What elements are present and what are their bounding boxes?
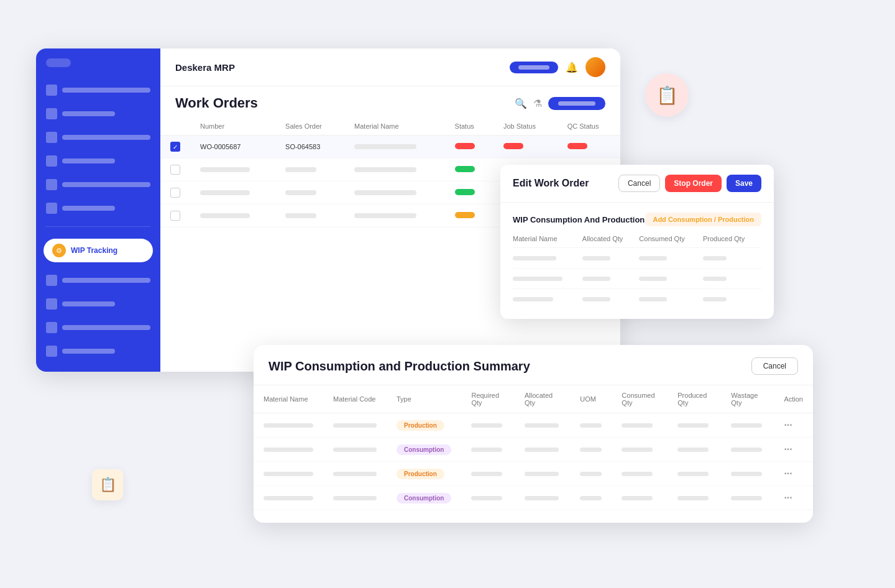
summary-row: Consumption ··· (254, 438, 813, 462)
wip-bar-5 (513, 277, 562, 281)
edit-cancel-button[interactable]: Cancel (618, 175, 660, 192)
summary-row: Production ··· (254, 413, 813, 438)
action-dots[interactable]: ··· (784, 420, 792, 430)
s-bar-26 (333, 496, 377, 500)
add-consumption-button[interactable]: Add Consumption / Production (645, 213, 761, 226)
filter-icon[interactable]: ⚗ (533, 98, 542, 109)
wo-number: WO-0005687 (200, 143, 241, 150)
avatar[interactable] (585, 57, 605, 77)
wip-col-consumed: Consumed Qty (639, 235, 703, 248)
edit-panel-actions: Cancel Stop Order Save (618, 175, 761, 192)
wo-number-bar (200, 167, 250, 172)
s-bar-25 (264, 496, 313, 500)
sum-col-action: Action (774, 385, 813, 413)
wip-bar-9 (513, 297, 553, 301)
header-btn-bar (518, 65, 549, 70)
edit-work-order-panel: Edit Work Order Cancel Stop Order Save W… (500, 165, 774, 319)
status-badge-red (455, 143, 475, 149)
s-bar-13 (580, 448, 602, 452)
summary-row: Production ··· (254, 462, 813, 486)
material-bar-3 (354, 190, 416, 195)
search-icon[interactable]: 🔍 (515, 98, 527, 109)
wip-consumption-table: Material Name Allocated Qty Consumed Qty… (513, 235, 761, 309)
checkbox-unchecked-3[interactable] (170, 211, 180, 221)
s-bar-12 (525, 448, 559, 452)
sidebar-bar-4 (62, 158, 115, 163)
sidebar-icon-2 (46, 108, 57, 119)
wip-col-produced: Produced Qty (703, 235, 761, 248)
wip-section-header: WIP Consumption And Production Add Consu… (513, 213, 761, 226)
wip-tracking-pill[interactable]: ⚙ WIP Tracking (44, 239, 153, 262)
s-bar-29 (580, 496, 602, 500)
s-bar-19 (471, 472, 502, 476)
summary-cancel-button[interactable]: Cancel (751, 357, 798, 375)
bell-icon[interactable]: 🔔 (566, 62, 578, 73)
sum-col-produced-qty: Produced Qty (668, 385, 721, 413)
s-bar-23 (677, 472, 709, 476)
s-bar-9 (264, 448, 313, 452)
float-icon-top: 📋 (645, 73, 689, 117)
sidebar-bar-10 (62, 349, 115, 354)
s-bar-16 (731, 448, 762, 452)
s-bar-10 (333, 448, 377, 452)
checkbox-unchecked[interactable] (170, 165, 180, 175)
app-brand: Deskera MRP (175, 62, 235, 73)
s-bar-27 (471, 496, 502, 500)
s-bar-28 (525, 496, 559, 500)
edit-panel-title: Edit Work Order (513, 178, 589, 189)
type-badge-production-2: Production (397, 469, 444, 479)
wip-bar-4 (703, 256, 727, 260)
summary-row: Consumption ··· (254, 486, 813, 510)
wip-bar-10 (582, 297, 610, 301)
s-bar-17 (264, 472, 313, 476)
sidebar-item-9[interactable] (36, 317, 160, 338)
checkbox-unchecked-2[interactable] (170, 188, 180, 198)
wip-bar-6 (582, 277, 610, 281)
wo-so-bar-3 (285, 213, 316, 218)
sidebar-item-2[interactable] (36, 103, 160, 124)
sidebar-icon-9 (46, 322, 57, 333)
s-bar-8 (731, 423, 762, 428)
action-dots-3[interactable]: ··· (784, 468, 792, 479)
action-dots-4[interactable]: ··· (784, 492, 792, 503)
sidebar: ⚙ WIP Tracking (36, 48, 160, 372)
wip-bar-3 (639, 256, 667, 260)
s-bar-7 (677, 423, 709, 428)
sum-col-consumed-qty: Consumed Qty (612, 385, 668, 413)
col-sales-order: Sales Order (275, 117, 344, 136)
header-create-button[interactable] (510, 62, 558, 73)
status-badge-orange (455, 212, 475, 218)
sidebar-icon-3 (46, 132, 57, 143)
wip-bar-7 (639, 277, 667, 281)
wip-table-row (513, 289, 761, 310)
action-dots-2[interactable]: ··· (784, 444, 792, 454)
summary-title: WIP Consumption and Production Summary (268, 359, 530, 374)
save-button[interactable]: Save (727, 175, 761, 192)
s-bar-32 (731, 496, 762, 500)
s-bar-3 (471, 423, 502, 428)
s-bar-14 (622, 448, 653, 452)
create-work-order-button[interactable] (548, 97, 605, 110)
col-material-name: Material Name (344, 117, 445, 136)
wip-table-row (513, 248, 761, 269)
sidebar-item-3[interactable] (36, 127, 160, 148)
create-btn-bar (558, 101, 595, 106)
stop-order-button[interactable]: Stop Order (665, 175, 722, 192)
sidebar-item-1[interactable] (36, 80, 160, 101)
type-badge-consumption: Consumption (397, 444, 451, 455)
s-bar-24 (731, 472, 762, 476)
material-bar-4 (354, 213, 416, 218)
col-number: Number (190, 117, 275, 136)
sidebar-item-7[interactable] (36, 270, 160, 291)
checkbox-checked[interactable]: ✓ (170, 142, 180, 152)
sidebar-item-6[interactable] (36, 198, 160, 219)
wip-bar (513, 256, 556, 260)
sidebar-item-8[interactable] (36, 293, 160, 315)
sidebar-item-4[interactable] (36, 150, 160, 172)
sidebar-item-5[interactable] (36, 174, 160, 195)
sidebar-item-10[interactable] (36, 341, 160, 362)
wip-bar-8 (703, 277, 727, 281)
sidebar-icon-10 (46, 346, 57, 357)
summary-header: WIP Consumption and Production Summary C… (254, 345, 813, 385)
sum-col-required-qty: Required Qty (461, 385, 514, 413)
